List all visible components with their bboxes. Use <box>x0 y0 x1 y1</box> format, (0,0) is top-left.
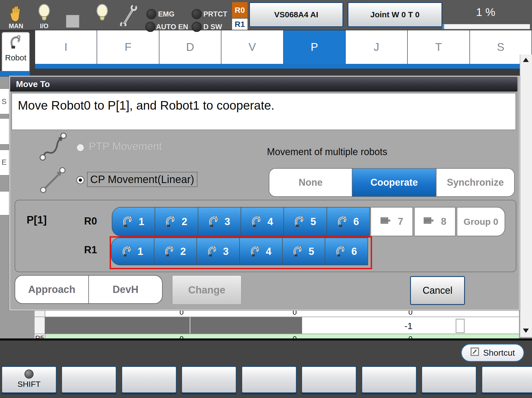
function-button[interactable] <box>61 366 117 393</box>
auto-en-indicator-icon <box>145 22 155 32</box>
robot-arm-icon <box>294 215 304 228</box>
auto-en-label: AUTO EN <box>156 23 188 31</box>
tab-i[interactable]: I <box>35 30 97 64</box>
motor-icon <box>423 216 434 228</box>
robot-arm-icon <box>251 215 262 228</box>
multi-option-cooperate[interactable]: Cooperate <box>352 169 436 196</box>
robot-arm-icon <box>293 245 303 258</box>
sidebar-item-fragment[interactable] <box>0 118 10 145</box>
tab-f[interactable]: F <box>97 30 159 64</box>
tab-t[interactable]: T <box>408 30 470 64</box>
cp-option-label[interactable]: CP Movement(Linear) <box>87 172 197 187</box>
sidebar-robot-underline <box>0 71 30 76</box>
shortcut-label: Shortcut <box>483 348 515 358</box>
function-button[interactable] <box>361 366 417 393</box>
robot-arm-icon <box>166 215 176 228</box>
axis-button-r1-3[interactable]: 3 <box>196 238 239 265</box>
function-button[interactable] <box>121 366 177 393</box>
axis-button-r1-2[interactable]: 2 <box>154 238 197 265</box>
row-label-r1: R1 <box>84 244 97 256</box>
axis-button-r0-5[interactable]: 5 <box>283 208 326 236</box>
wrench-icon[interactable] <box>120 4 137 27</box>
function-button[interactable] <box>301 366 357 393</box>
robot-model-button[interactable]: VS068A4 AI <box>249 2 343 27</box>
multi-robot-label: Movement of multiple robots <box>267 146 387 157</box>
scroll-down-icon[interactable] <box>523 329 529 333</box>
robot-tab-r0[interactable]: R0 <box>232 2 248 18</box>
robot-tab-r1[interactable]: R1 <box>232 19 248 30</box>
multi-option-synchronize[interactable]: Synchronize <box>436 169 514 196</box>
open-shortcut-icon <box>470 347 479 358</box>
axis-button-r1-6[interactable]: 6 <box>325 238 368 265</box>
hand-icon[interactable] <box>7 5 24 24</box>
r1-highlight-box: 1 2 3 4 5 <box>110 236 372 269</box>
d-sw-label: D SW <box>203 23 222 31</box>
axis-button-r0-6[interactable]: 6 <box>327 208 369 236</box>
sidebar-robot-label: Robot <box>2 53 29 62</box>
jog-mode-button[interactable]: Joint W 0 T 0 <box>348 2 442 27</box>
io-bulb-icon[interactable] <box>37 4 52 24</box>
straight-arrow-icon <box>39 164 67 195</box>
content-background <box>0 69 532 77</box>
robot-arm-icon <box>208 245 217 258</box>
shortcut-button[interactable]: Shortcut <box>461 344 524 362</box>
emg-label: EMG <box>158 10 175 18</box>
teach-pendant-screen: I F D V P J T S Robot S E <box>0 0 532 398</box>
change-button[interactable]: Change <box>172 275 242 305</box>
sidebar-fragment-label: S <box>2 97 7 106</box>
dialog-message: Move Robot0 to P[1], and Robot1 to coope… <box>11 93 516 130</box>
letter-tab-strip: I F D V P J T S <box>0 30 532 69</box>
axis-button-r0-4[interactable]: 4 <box>241 208 283 236</box>
cancel-button[interactable]: Cancel <box>410 276 465 305</box>
function-button[interactable] <box>181 366 237 393</box>
scroll-up-icon[interactable] <box>523 58 529 62</box>
axis-button-r0-2[interactable]: 2 <box>155 208 197 236</box>
multi-option-none[interactable]: None <box>269 169 352 196</box>
footer-panel: Shortcut SHIFT <box>0 341 532 398</box>
footer-divider <box>0 338 532 341</box>
vertical-scrollbar[interactable] <box>520 55 532 337</box>
tab-v[interactable]: V <box>221 30 283 64</box>
function-button[interactable] <box>421 366 477 393</box>
tab-p-selected[interactable]: P <box>284 30 346 64</box>
axis-button-8[interactable]: 8 <box>414 207 456 236</box>
stop-square-icon[interactable] <box>66 15 79 28</box>
axis-button-r0-3[interactable]: 3 <box>198 208 241 236</box>
axis-button-7[interactable]: 7 <box>370 207 413 236</box>
ptp-option-label[interactable]: PTP Movement <box>89 140 162 152</box>
tab-d[interactable]: D <box>159 30 221 64</box>
robot-arm-icon <box>336 245 345 258</box>
tab-j[interactable]: J <box>346 30 408 64</box>
speed-percent-label: 1 % <box>442 6 530 19</box>
cp-radio[interactable] <box>76 176 84 184</box>
axis-button-r1-4[interactable]: 4 <box>239 238 282 265</box>
motor-icon <box>380 216 391 228</box>
group-button[interactable]: Group 0 <box>457 207 505 236</box>
ptp-radio[interactable] <box>76 144 84 152</box>
sidebar-item-fragment[interactable] <box>0 191 10 215</box>
shift-label: SHIFT <box>2 380 56 389</box>
axis-button-r0-1[interactable]: 1 <box>112 208 155 236</box>
function-button[interactable] <box>481 366 532 393</box>
multi-robot-segmented-control: None Cooperate Synchronize <box>269 168 515 197</box>
approach-button[interactable]: Approach <box>15 276 88 303</box>
robot-arm-icon <box>123 215 133 228</box>
function-button[interactable] <box>241 366 297 393</box>
axis-button-r1-1[interactable]: 1 <box>112 238 154 265</box>
devh-button[interactable]: DevH <box>88 276 162 303</box>
robot-arm-icon <box>337 215 348 228</box>
sidebar-item-fragment[interactable]: E <box>0 150 10 176</box>
move-to-dialog: Move To Move Robot0 to P[1], and Robot1 … <box>9 76 520 310</box>
approach-devh-group: Approach DevH <box>15 275 163 304</box>
prtct-indicator-icon <box>192 9 202 19</box>
curved-arrow-icon <box>39 131 67 162</box>
sidebar-robot-button[interactable]: Robot <box>2 32 30 73</box>
lamp-bulb-icon[interactable] <box>95 4 110 24</box>
robot-arm-icon <box>10 34 22 50</box>
robot-arm-icon <box>250 245 260 258</box>
top-toolbar: MAN I/O EMG AUTO EN <box>0 0 532 30</box>
axis-button-r1-5[interactable]: 5 <box>282 238 325 265</box>
shift-button[interactable]: SHIFT <box>1 366 57 393</box>
sidebar-item-fragment[interactable]: S <box>0 88 10 114</box>
table-checkbox[interactable] <box>456 319 465 333</box>
